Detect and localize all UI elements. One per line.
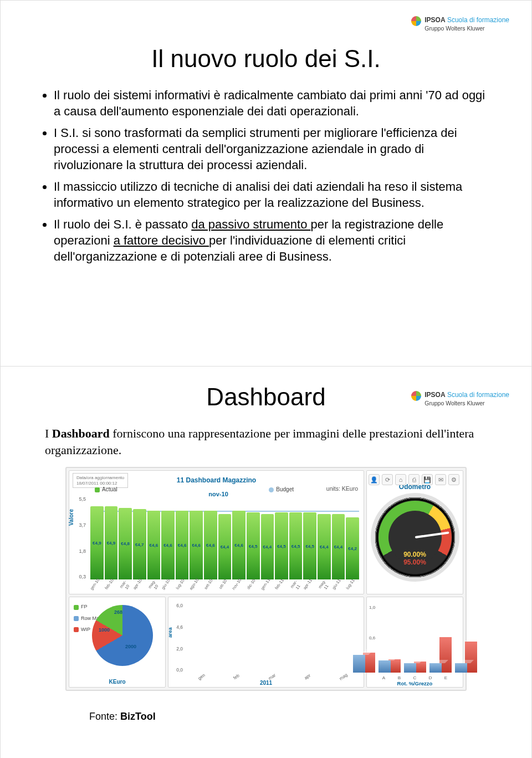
date-badge: Data/ora aggiornamento 18/07/2011 00:00:…	[73, 473, 128, 487]
pie-chart: 2000 1000 268	[92, 605, 153, 666]
tool-home-icon[interactable]: ⌂	[395, 474, 406, 485]
logo-group: Gruppo Wolters Kluwer	[424, 400, 484, 406]
stack-xticks: genfebmaraprmag	[187, 674, 358, 679]
slide-2: IPSOA Scuola di formazione Gruppo Wolter…	[1, 367, 531, 758]
logo-group: Gruppo Wolters Kluwer	[424, 25, 484, 32]
slide1-bullets: Il ruolo dei sistemi informativi è radic…	[54, 87, 493, 264]
brand-logo: IPSOA Scuola di formazione Gruppo Wolter…	[411, 16, 509, 33]
bars3d	[374, 604, 456, 673]
bars3d-title: Rot. %/Grezzo	[367, 680, 463, 686]
panel-gauge: 👤 ⟳ ⌂ ⎙ 💾 ✉ ⚙ Odometro	[366, 470, 463, 594]
bullet-item: I S.I. si sono trasformati da semplici s…	[54, 125, 493, 173]
gauge-value-2: 95.00%	[403, 558, 426, 566]
bars3d-xticks: ABCDE	[374, 675, 456, 680]
slide2-intro: I Dashboard forniscono una rappresentazi…	[45, 425, 493, 458]
main-chart-legend: Actual Budget	[91, 486, 297, 492]
logo-mark-icon	[411, 16, 421, 26]
bullet-item: Il massiccio utilizzo di tecniche di ana…	[54, 179, 493, 211]
stack-year: 2011	[168, 680, 364, 686]
main-chart-xticks: gen-10feb-10mar-10apr-10mag-10giu-10lug-…	[90, 581, 359, 591]
logo-sub: Scuola di formazione	[447, 391, 509, 399]
gauge-widget: 90.00% 95.00%	[371, 493, 459, 582]
dashboard-toolbar: 👤 ⟳ ⌂ ⎙ 💾 ✉ ⚙	[369, 474, 459, 485]
tool-settings-icon[interactable]: ⚙	[448, 474, 459, 485]
tool-refresh-icon[interactable]: ⟳	[382, 474, 393, 485]
slide-1: IPSOA Scuola di formazione Gruppo Wolter…	[1, 1, 531, 367]
logo-brand: IPSOA	[424, 391, 445, 399]
gauge-value-1: 90.00%	[403, 551, 426, 558]
brand-logo: IPSOA Scuola di formazione Gruppo Wolter…	[411, 391, 509, 408]
bullet-item: Il ruolo dei sistemi informativi è radic…	[54, 87, 493, 119]
stack-bars	[187, 603, 358, 673]
tool-user-icon[interactable]: 👤	[369, 474, 380, 485]
main-chart-units: units: KEuro	[326, 485, 358, 492]
logo-sub: Scuola di formazione	[447, 16, 509, 24]
main-chart-bars: €4,9€4,9€4,8€4,7€4,6€4,6€4,6€4,6€4,6€4,4…	[90, 496, 359, 579]
tool-print-icon[interactable]: ⎙	[408, 474, 420, 485]
tool-save-icon[interactable]: 💾	[422, 474, 433, 485]
source-line: Fonte: BizTool	[89, 711, 493, 723]
panel-stacked: area 6,04,62,00,0 genfebmaraprmag 2011	[168, 597, 364, 688]
logo-mark-icon	[411, 391, 421, 401]
slide1-title: Il nuovo ruolo dei S.I.	[39, 45, 493, 73]
dashboard-screenshot: Data/ora aggiornamento 18/07/2011 00:00:…	[65, 467, 467, 691]
pie-title: KEuro	[69, 679, 165, 685]
bullet-item: Il ruolo dei S.I. è passato da passivo s…	[54, 216, 493, 264]
logo-brand: IPSOA	[424, 16, 445, 24]
stack-yticks: 6,04,62,00,0	[172, 603, 183, 673]
main-chart-yticks: 5,53,71,80,3	[73, 496, 86, 579]
panel-main-chart: Data/ora aggiornamento 18/07/2011 00:00:…	[69, 470, 364, 594]
panel-3d-bars: 1,00,60,0 ABCDE Rot. %/Grezzo	[366, 597, 463, 688]
panel-pie: FP Row Mat WIP 2000 1000 268 KEuro	[69, 597, 166, 688]
tool-mail-icon[interactable]: ✉	[435, 474, 446, 485]
